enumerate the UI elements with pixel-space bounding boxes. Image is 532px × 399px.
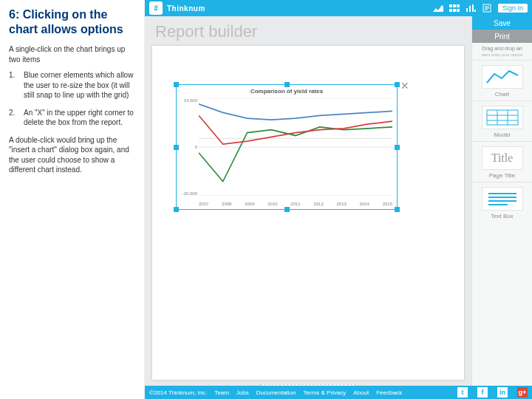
chart-icon: [482, 65, 523, 89]
resize-handle-br[interactable]: [395, 207, 400, 212]
social-linkedin-icon[interactable]: in: [497, 387, 508, 398]
save-button[interactable]: Save: [472, 16, 532, 30]
social-gplus-icon[interactable]: g+: [517, 387, 528, 398]
resize-handle-bm[interactable]: [284, 207, 290, 212]
nav-report-icon[interactable]: [480, 3, 494, 13]
slide-intro: A single-click on the chart brings up tw…: [9, 44, 137, 64]
page-title[interactable]: Report builder: [155, 22, 466, 41]
sidebar-drag-heading: Drag and drop an: [472, 43, 532, 52]
chart-x-ticks: 200720082009201020112012201320142015: [199, 202, 392, 206]
resize-handle-mr[interactable]: [395, 145, 400, 150]
canvas-area: Report builder ✕ Co: [145, 16, 471, 399]
title-icon: Title: [482, 146, 523, 170]
chart-plot: [199, 98, 392, 196]
tool-model[interactable]: Model: [472, 100, 532, 141]
resize-handle-tl[interactable]: [174, 82, 179, 87]
social-facebook-icon[interactable]: f: [477, 387, 488, 398]
print-button[interactable]: Print: [472, 30, 532, 43]
tool-chart[interactable]: Chart: [472, 60, 532, 100]
delete-chart-button[interactable]: ✕: [400, 81, 410, 91]
social-twitter-icon[interactable]: t: [457, 387, 468, 398]
resize-handle-tr[interactable]: [395, 82, 400, 87]
footer-link[interactable]: Terms & Privacy: [304, 389, 347, 396]
nav-grid-icon[interactable]: [448, 3, 461, 13]
footer-link[interactable]: Team: [214, 389, 229, 396]
footer-bar: ©2014 Thinknum, Inc. Team Jobs Documenta…: [145, 386, 532, 399]
resize-handle-bl[interactable]: [174, 207, 179, 212]
nav-bars-icon[interactable]: [464, 3, 477, 13]
chart-box-selected[interactable]: ✕ Comparison of yield rates 14,000 0 -20…: [176, 84, 398, 210]
sign-in-button[interactable]: Sign In: [498, 4, 528, 13]
footer-link[interactable]: Feedback: [376, 389, 402, 396]
app-window: # Thinknum Sign In Report builder: [145, 0, 532, 399]
sidebar-drag-sub: item onto your report: [472, 52, 532, 60]
footer-link[interactable]: About: [353, 389, 369, 396]
nav-chart-icon[interactable]: [432, 3, 445, 13]
logo-icon: #: [149, 1, 163, 15]
slide-heading: 6: Clicking on the chart allows options: [9, 7, 137, 37]
table-icon: [482, 106, 523, 129]
footer-link[interactable]: Jobs: [236, 389, 249, 396]
resize-handle-tm[interactable]: [284, 82, 290, 87]
chart-y-ticks: 14,000 0 -20,000: [178, 98, 197, 196]
instruction-item: 1.Blue corner elements which allow the u…: [9, 70, 137, 100]
sidebar: Save Print Drag and drop an item onto yo…: [471, 16, 532, 399]
instruction-item: 2.An "X" in the upper right corner to de…: [9, 108, 137, 128]
top-bar: # Thinknum Sign In: [145, 0, 532, 16]
text-lines-icon: [482, 187, 523, 211]
brand-name: Thinknum: [167, 4, 205, 13]
footer-link[interactable]: Documentation: [256, 389, 296, 396]
footer-copyright: ©2014 Thinknum, Inc.: [149, 389, 207, 396]
tool-text-box[interactable]: Text Box: [472, 182, 532, 222]
slide-outro: A double-click would bring up the "inser…: [9, 135, 137, 175]
report-page[interactable]: ✕ Comparison of yield rates 14,000 0 -20…: [152, 46, 464, 380]
tool-page-title[interactable]: Title Page Title: [472, 141, 532, 182]
slide-instructions: 6: Clicking on the chart allows options …: [0, 0, 145, 399]
svg-rect-5: [487, 110, 518, 125]
